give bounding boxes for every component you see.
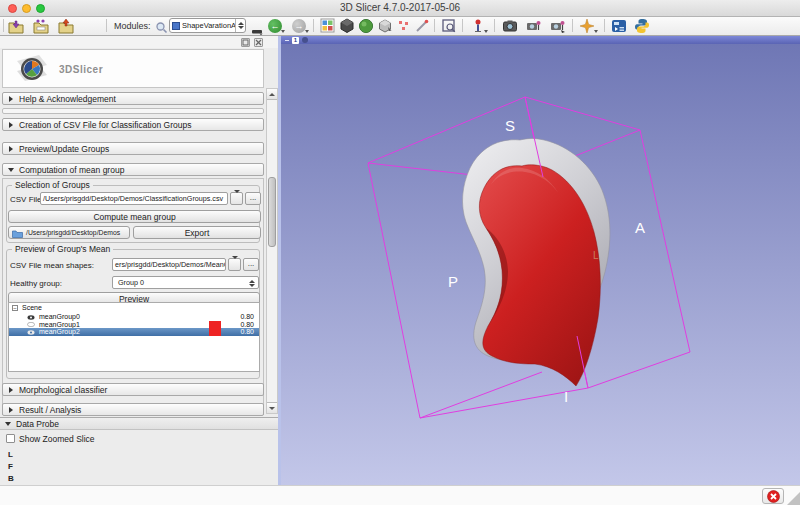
panel-float-button[interactable] xyxy=(241,38,250,47)
tree-expander-icon[interactable]: − xyxy=(12,305,18,311)
csv-mean-browse-button[interactable]: ... xyxy=(243,258,259,271)
save-icon[interactable] xyxy=(58,18,74,34)
threed-view[interactable]: 1 xyxy=(281,36,800,485)
healthy-group-combobox[interactable]: Group 0 xyxy=(112,276,259,289)
csv-mean-dropdown-button[interactable] xyxy=(228,258,241,271)
layout-icon[interactable] xyxy=(320,18,336,34)
3d-views-icon[interactable] xyxy=(339,18,355,34)
slicer-logo-box: 3DSlicer xyxy=(2,49,264,88)
tree-item-value: 0.80 xyxy=(230,321,254,329)
forward-history-caret[interactable] xyxy=(305,30,309,33)
button-label: Export xyxy=(185,228,210,238)
toolbar-separator xyxy=(494,19,495,32)
csv-file-browse-button[interactable]: ... xyxy=(245,192,261,205)
tree-item-value: 0.80 xyxy=(230,313,254,321)
view-collapse-icon[interactable] xyxy=(285,40,289,42)
scene-view-icon[interactable] xyxy=(526,18,542,34)
tree-row-meangroup1[interactable]: meanGroup1 0.80 xyxy=(9,321,259,329)
export-button[interactable]: Export xyxy=(133,226,261,239)
section-label: Creation of CSV File for Classification … xyxy=(19,120,191,130)
healthy-group-value: Group 0 xyxy=(118,278,144,287)
capture-icon[interactable] xyxy=(502,18,518,34)
groupbox-title: Preview of Group's Mean xyxy=(12,244,113,254)
scroll-up-button[interactable] xyxy=(267,89,277,100)
error-log-button[interactable] xyxy=(762,488,784,504)
collapse-arrow-icon xyxy=(9,387,13,393)
compute-mean-group-button[interactable]: Compute mean group xyxy=(8,210,261,223)
section-help-acknowledgement[interactable]: Help & Acknowledgement xyxy=(2,92,264,105)
csv-file-dropdown-button[interactable] xyxy=(230,192,243,205)
model-color-swatch[interactable] xyxy=(209,321,221,336)
extension-manager-icon[interactable] xyxy=(611,18,627,34)
scene-view-restore-icon[interactable] xyxy=(550,18,566,34)
visibility-on-icon[interactable] xyxy=(27,330,35,335)
csv-mean-shapes-value: ers/prisgdd/Desktop/Demos/MeanGroups.csv xyxy=(115,260,226,269)
extensions-caret[interactable] xyxy=(594,30,598,33)
section-preview-update-groups[interactable]: Preview/Update Groups xyxy=(2,142,264,155)
toolbar-separator xyxy=(572,19,573,32)
module-selector-combobox[interactable]: ShapeVarationAnalyzer xyxy=(169,18,246,33)
visibility-off-icon[interactable] xyxy=(27,322,35,327)
back-history-caret[interactable] xyxy=(281,30,285,33)
csv-file-label: CSV File xyxy=(10,195,42,204)
button-label: Compute mean group xyxy=(93,212,175,222)
section-label: Data Probe xyxy=(16,419,59,429)
section-label: Result / Analysis xyxy=(19,405,81,415)
module-panel: 3DSlicer Help & Acknowledgement Creation… xyxy=(0,36,278,485)
export-directory-button[interactable]: /Users/prisgdd/Desktop/Demos xyxy=(8,226,130,239)
label-left-faint: L xyxy=(593,250,599,261)
module-selector-stepper[interactable] xyxy=(235,19,245,32)
section-result-analysis[interactable]: Result / Analysis xyxy=(2,403,264,416)
volume-rendering-icon[interactable] xyxy=(377,18,393,34)
label-inferior: I xyxy=(564,388,568,405)
panel-close-button[interactable] xyxy=(254,38,263,47)
section-data-probe[interactable]: Data Probe xyxy=(0,417,278,430)
panel-scrollbar[interactable] xyxy=(266,88,278,414)
healthy-group-stepper[interactable] xyxy=(247,278,257,288)
csv-mean-shapes-label: CSV File mean shapes: xyxy=(10,261,94,270)
main-toolbar: Modules: ShapeVarationAnalyzer ← → xyxy=(0,17,800,36)
toolbar-separator xyxy=(106,19,107,32)
load-dicom-icon[interactable] xyxy=(33,18,49,34)
extensions-sparkle-icon[interactable] xyxy=(579,18,595,34)
threed-view-controller-bar[interactable]: 1 xyxy=(281,36,800,44)
tree-item-value: 0.80 xyxy=(230,328,254,336)
section-csv-creation[interactable]: Creation of CSV File for Classification … xyxy=(2,118,264,131)
tree-item-label: meanGroup1 xyxy=(39,321,80,329)
zoom-region-icon[interactable] xyxy=(441,18,457,34)
back-icon[interactable]: ← xyxy=(268,19,282,33)
python-console-icon[interactable] xyxy=(634,18,650,34)
tree-row-meangroup2-selected[interactable]: meanGroup2 0.80 xyxy=(9,328,259,336)
section-computation-mean-group[interactable]: Computation of mean group xyxy=(2,163,264,176)
csv-file-combobox[interactable]: /Users/prisgdd/Desktop/Demos/Classificat… xyxy=(40,192,228,205)
csv-mean-shapes-combobox[interactable]: ers/prisgdd/Desktop/Demos/MeanGroups.csv xyxy=(112,258,226,271)
scrollbar-thumb[interactable] xyxy=(268,177,276,247)
tree-row-meangroup0[interactable]: meanGroup0 0.80 xyxy=(9,313,259,321)
toolbar-handle xyxy=(3,19,4,32)
scroll-down-button[interactable] xyxy=(267,402,277,413)
markups-icon[interactable] xyxy=(396,18,412,34)
csv-file-value: /Users/prisgdd/Desktop/Demos/Classificat… xyxy=(43,194,223,203)
label-posterior: P xyxy=(448,273,458,290)
show-zoomed-slice-label: Show Zoomed Slice xyxy=(19,434,95,444)
section-label: Morphological classifier xyxy=(19,385,107,395)
view-pin-icon[interactable] xyxy=(302,37,308,43)
resize-grip[interactable] xyxy=(787,492,800,505)
section-morphological-classifier[interactable]: Morphological classifier xyxy=(2,383,264,396)
load-data-icon[interactable] xyxy=(8,18,24,34)
folder-icon xyxy=(12,229,23,238)
toolbar-separator xyxy=(434,19,435,32)
visibility-on-icon[interactable] xyxy=(27,315,35,320)
tree-row-scene[interactable]: − Scene xyxy=(9,304,259,312)
probe-axis-b-label: B xyxy=(8,474,14,483)
panel-dock-titlebar xyxy=(0,36,278,48)
module-selector-value: ShapeVarationAnalyzer xyxy=(182,21,235,30)
threed-scene[interactable]: S A P I L xyxy=(281,44,800,485)
section-label: Preview/Update Groups xyxy=(19,144,109,154)
crosshair-caret[interactable] xyxy=(484,30,488,33)
expand-arrow-icon xyxy=(8,168,14,172)
volume-module-icon[interactable] xyxy=(358,18,374,34)
annotations-icon[interactable] xyxy=(414,18,430,34)
show-zoomed-slice-checkbox[interactable] xyxy=(6,434,15,443)
forward-icon[interactable]: → xyxy=(292,19,306,33)
